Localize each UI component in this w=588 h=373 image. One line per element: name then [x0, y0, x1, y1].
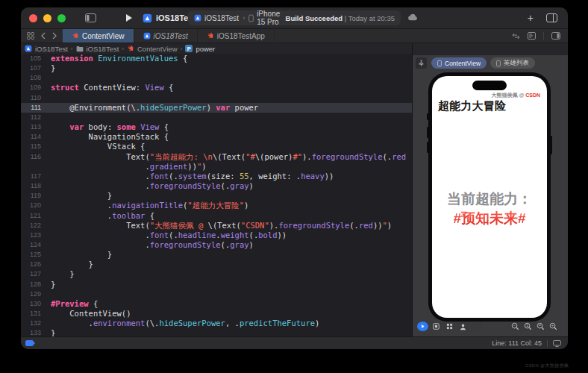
code-line[interactable]: 129	[21, 289, 412, 299]
code-line[interactable]: 132 .environment(\.hideSuperPower, .pred…	[21, 319, 412, 328]
line-number[interactable]: 111	[21, 103, 46, 113]
minimize-button[interactable]	[43, 14, 51, 22]
code-text[interactable]: }	[46, 191, 112, 201]
line-number[interactable]: 119	[21, 191, 46, 201]
code-line[interactable]: 124 .foregroundStyle(.gray)	[21, 240, 412, 250]
code-line[interactable]: 108	[21, 73, 412, 83]
code-text[interactable]: VStack {	[46, 142, 145, 151]
code-text[interactable]: Text("大熊猫侯佩 @ \(Text("CSDN").foregroundS…	[46, 221, 392, 231]
zoom-fit-button[interactable]: =	[535, 322, 546, 331]
line-number[interactable]: 133	[21, 328, 46, 336]
preview-tab-英雄列表[interactable]: 英雄列表	[490, 57, 535, 69]
breadcrumb-item-ContentView[interactable]: ContentView	[127, 45, 178, 53]
line-number[interactable]: 121	[21, 211, 46, 221]
scheme-name[interactable]: iOS18Test	[204, 14, 239, 22]
code-text[interactable]: NavigationStack {	[46, 132, 169, 142]
line-number[interactable]	[21, 162, 46, 172]
code-line[interactable]: 125 }	[21, 250, 412, 260]
code-text[interactable]: Text("当前超能力: \n\(Text("#\(power)#").fore…	[46, 152, 406, 162]
code-line[interactable]: 118 .foregroundStyle(.gray)	[21, 181, 412, 191]
tab-iOS18TestApp[interactable]: iOS18TestApp	[198, 29, 275, 43]
line-number[interactable]: 105	[21, 54, 46, 63]
device-button[interactable]	[471, 322, 482, 331]
line-number[interactable]: 125	[21, 250, 46, 260]
editor-layout-icon[interactable]	[546, 13, 557, 22]
line-number[interactable]: 131	[21, 309, 46, 319]
code-text[interactable]: .font(.system(size: 55, weight: .heavy))	[46, 172, 334, 181]
line-number[interactable]: 128	[21, 280, 46, 289]
code-line[interactable]: 119 }	[21, 191, 412, 201]
code-line[interactable]: 117 .font(.system(size: 55, weight: .hea…	[21, 172, 412, 181]
back-icon[interactable]	[41, 32, 46, 40]
code-text[interactable]: .gradient))")	[46, 162, 207, 172]
code-text[interactable]: .foregroundStyle(.gray)	[46, 181, 254, 191]
line-number[interactable]: 123	[21, 231, 46, 240]
code-review-icon[interactable]	[512, 33, 520, 40]
zoom-out-button[interactable]: −	[510, 322, 521, 331]
code-line[interactable]: 133}	[21, 328, 412, 336]
zoom-100-button[interactable]: 1	[522, 322, 534, 331]
code-text[interactable]: ContentView()	[46, 309, 131, 319]
breadcrumb-item-iOS18Test[interactable]: iOS18Test	[76, 45, 119, 53]
code-text[interactable]: extension EnvironmentValues {	[46, 54, 187, 63]
iphone-preview[interactable]: 大熊猫侯佩 @ CSDN 超能力大冒险 当前超能力： #预知未来#	[428, 72, 551, 322]
line-number[interactable]: 117	[21, 172, 46, 181]
line-number[interactable]: 112	[21, 113, 46, 122]
code-line[interactable]: 116 Text("当前超能力: \n\(Text("#\(power)#").…	[21, 152, 412, 162]
code-text[interactable]: @Environment(\.hideSuperPower) var power	[46, 103, 258, 113]
line-number[interactable]: 122	[21, 221, 46, 231]
code-text[interactable]: }	[46, 63, 55, 73]
editor-options-icon[interactable]	[551, 32, 560, 40]
code-text[interactable]: .navigationTitle("超能力大冒险")	[46, 201, 248, 210]
line-number[interactable]: 110	[21, 93, 46, 103]
display-icon[interactable]	[553, 340, 561, 347]
code-line[interactable]: 120 .navigationTitle("超能力大冒险")	[21, 201, 412, 210]
code-line[interactable]: 110	[21, 93, 412, 103]
line-number[interactable]: 118	[21, 181, 46, 191]
breakpoint-icon[interactable]	[25, 340, 35, 346]
code-line[interactable]: 126 }	[21, 260, 412, 269]
code-text[interactable]: }	[46, 328, 55, 336]
line-number[interactable]: 126	[21, 260, 46, 269]
code-line[interactable]: 130#Preview {	[21, 299, 412, 309]
line-number[interactable]: 115	[21, 142, 46, 151]
minimap-icon[interactable]	[528, 32, 536, 40]
code-line[interactable]: 128}	[21, 280, 412, 289]
code-text[interactable]: #Preview {	[46, 299, 98, 309]
line-number[interactable]: 129	[21, 289, 46, 299]
line-number[interactable]: 127	[21, 269, 46, 279]
run-destination[interactable]: iPhone 15 Pro	[257, 10, 282, 26]
code-text[interactable]	[46, 289, 51, 299]
scheme-status-capsule[interactable]: iOS18Test › iPhone 15 Pro Build Succeede…	[188, 10, 401, 25]
line-number[interactable]: 108	[21, 73, 46, 83]
code-text[interactable]: }	[46, 260, 93, 269]
code-text[interactable]: .toolbar {	[46, 211, 154, 221]
code-line[interactable]: 112	[21, 113, 412, 122]
tab-overview-icon[interactable]	[27, 32, 34, 40]
line-number[interactable]: 107	[21, 63, 46, 73]
code-line[interactable]: 131 ContentView()	[21, 309, 412, 319]
code-line[interactable]: 114 NavigationStack {	[21, 132, 412, 142]
code-line[interactable]: 107}	[21, 63, 412, 73]
zoom-button[interactable]	[57, 14, 66, 22]
code-line[interactable]: 105extension EnvironmentValues {	[21, 54, 412, 63]
code-text[interactable]: var body: some View {	[46, 122, 169, 132]
code-line[interactable]: 121 .toolbar {	[21, 211, 412, 221]
line-number[interactable]: 130	[21, 299, 46, 309]
select-mode-button[interactable]	[431, 322, 442, 331]
line-number[interactable]: 113	[21, 122, 46, 132]
zoom-in-button[interactable]: +	[548, 322, 559, 331]
preview-tab-ContentView[interactable]: ContentView	[431, 57, 487, 69]
code-text[interactable]: .foregroundStyle(.gray)	[46, 240, 254, 250]
build-status[interactable]: Build Succeeded | Today at 20:35	[286, 14, 395, 22]
code-line[interactable]: 115 VStack {	[21, 142, 412, 151]
code-text[interactable]: .environment(\.hideSuperPower, .predictT…	[46, 319, 319, 328]
tab-ContentView[interactable]: ContentView	[63, 29, 134, 43]
tab-iOS18Test[interactable]: iOS18Test	[134, 29, 198, 43]
code-text[interactable]	[46, 73, 51, 83]
code-text[interactable]	[46, 93, 51, 103]
code-text[interactable]: }	[46, 269, 75, 279]
pin-preview-button[interactable]	[416, 57, 427, 69]
code-line[interactable]: 127 }	[21, 269, 412, 279]
live-preview-button[interactable]	[417, 322, 428, 331]
